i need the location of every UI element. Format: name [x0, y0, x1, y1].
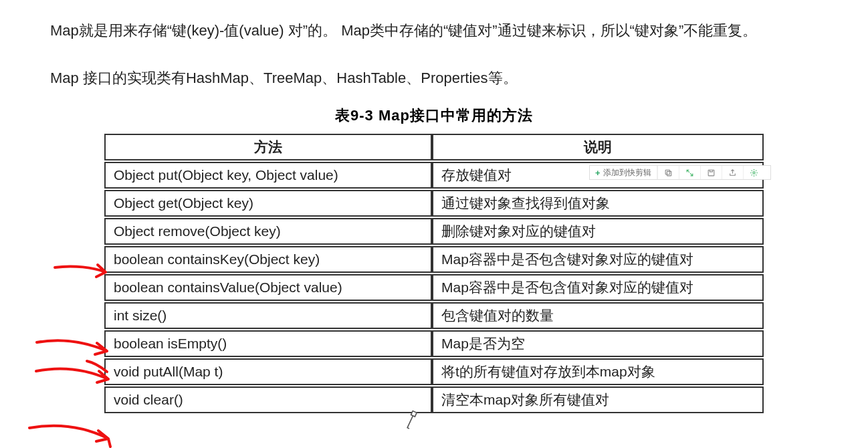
add-label: 添加到快剪辑	[603, 167, 651, 179]
cell-desc: 通过键对象查找得到值对象	[432, 190, 764, 217]
table-row: boolean isEmpty()Map是否为空	[104, 330, 764, 357]
table-header-row: 方法 说明	[104, 134, 764, 160]
cell-method: void putAll(Map t)	[104, 358, 432, 385]
svg-rect-2	[708, 170, 714, 176]
cell-method: Object put(Object key, Object value)	[104, 162, 432, 189]
copy-icon[interactable]	[657, 166, 679, 179]
table-row: boolean containsKey(Object key)Map容器中是否包…	[104, 246, 764, 273]
plus-icon: +	[595, 168, 601, 178]
th-desc: 说明	[432, 134, 764, 160]
cell-desc: Map容器中是否包含键对象对应的键值对	[432, 246, 764, 273]
cell-method: boolean isEmpty()	[104, 330, 432, 357]
add-quick-clip-button[interactable]: + 添加到快剪辑	[590, 166, 657, 179]
cell-desc: 删除键对象对应的键值对	[432, 218, 764, 245]
cell-method: void clear()	[104, 386, 432, 413]
cell-method: Object remove(Object key)	[104, 218, 432, 245]
cell-desc: 清空本map对象所有键值对	[432, 386, 764, 413]
cell-desc: 将t的所有键值对存放到本map对象	[432, 358, 764, 385]
settings-icon[interactable]	[743, 166, 764, 179]
cell-method: Object get(Object key)	[104, 190, 432, 217]
cell-method: boolean containsValue(Object value)	[104, 274, 432, 301]
cell-method: int size()	[104, 302, 432, 329]
svg-rect-0	[667, 171, 671, 176]
paragraph-2: Map 接口的实现类有HashMap、TreeMap、HashTable、Pro…	[13, 61, 855, 96]
table-row: boolean containsValue(Object value)Map容器…	[104, 274, 764, 301]
cell-method: boolean containsKey(Object key)	[104, 246, 432, 273]
table-row: void clear()清空本map对象所有键值对	[104, 386, 764, 413]
table-row: Object remove(Object key)删除键对象对应的键值对	[104, 218, 764, 245]
table-caption: 表9-3 Map接口中常用的方法	[13, 106, 855, 126]
th-method: 方法	[104, 134, 432, 160]
table-row: int size()包含键值对的数量	[104, 302, 764, 329]
arrow-annotation	[29, 426, 110, 447]
table-row: void putAll(Map t)将t的所有键值对存放到本map对象	[104, 358, 764, 385]
cell-desc: Map容器中是否包含值对象对应的键值对	[432, 274, 764, 301]
svg-rect-1	[665, 170, 670, 174]
cell-desc: Map是否为空	[432, 330, 764, 357]
expand-icon[interactable]	[679, 166, 700, 179]
share-icon[interactable]	[722, 166, 743, 179]
save-icon[interactable]	[700, 166, 722, 179]
table-row: Object get(Object key)通过键对象查找得到值对象	[104, 190, 764, 217]
cell-desc: 包含键值对的数量	[432, 302, 764, 329]
floating-toolbar: + 添加到快剪辑	[589, 165, 771, 180]
svg-point-3	[752, 171, 754, 173]
paragraph-1: Map就是用来存储“键(key)-值(value) 对”的。 Map类中存储的“…	[13, 13, 855, 49]
